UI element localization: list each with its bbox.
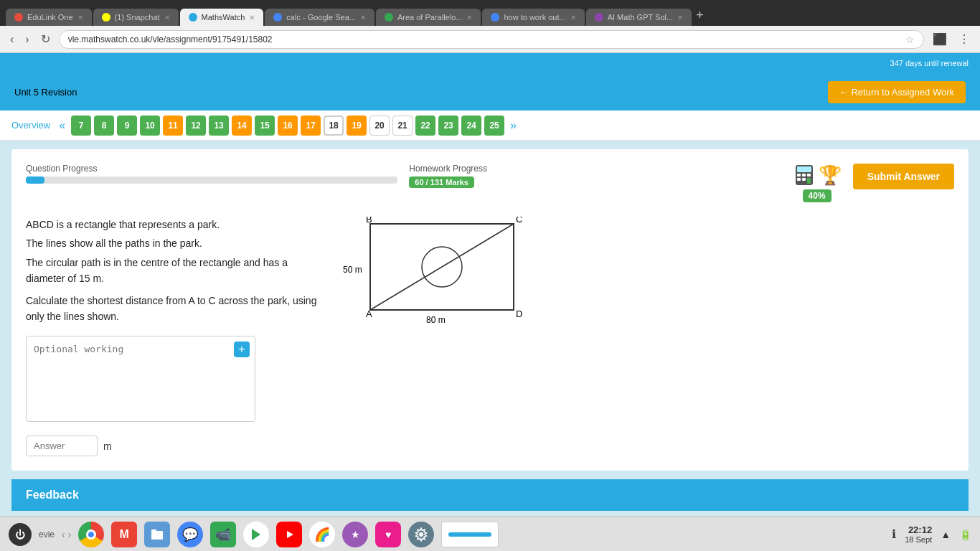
- tab-mathswatch[interactable]: MathsWatch ✕: [180, 9, 264, 26]
- nav-num-18[interactable]: 18: [324, 116, 344, 136]
- taskbar-chrome-icon[interactable]: [78, 522, 104, 547]
- nav-num-17[interactable]: 17: [301, 116, 321, 136]
- taskbar-purple-app-icon[interactable]: ★: [342, 522, 368, 547]
- tab-area-close[interactable]: ✕: [466, 14, 472, 22]
- bookmark-icon[interactable]: ☆: [905, 34, 915, 45]
- tab-edulink-label: EduLink One: [27, 13, 73, 22]
- svg-rect-12: [151, 529, 156, 532]
- tab-mathswatch-label: MathsWatch: [202, 13, 245, 22]
- taskbar-browser-widget[interactable]: [441, 522, 499, 547]
- tab-howto-close[interactable]: ✕: [570, 14, 576, 22]
- tab-edulink-close[interactable]: ✕: [77, 14, 83, 22]
- tab-calc-close[interactable]: ✕: [360, 14, 366, 22]
- corner-b: B: [366, 217, 372, 225]
- tab-snapchat-close[interactable]: ✕: [164, 14, 170, 22]
- taskbar-files-icon[interactable]: [144, 522, 170, 547]
- tab-aimath-close[interactable]: ✕: [677, 14, 683, 22]
- battery-icon: 🔋: [959, 529, 971, 540]
- svg-rect-7: [807, 178, 811, 184]
- svg-rect-1: [797, 166, 811, 172]
- extensions-button[interactable]: ⬛: [930, 29, 950, 49]
- nav-num-7[interactable]: 7: [71, 116, 91, 136]
- trophy-section: 🏆 40%: [793, 164, 842, 202]
- tab-area[interactable]: Area of Parallelo... ✕: [376, 9, 481, 26]
- nav-num-24[interactable]: 24: [461, 116, 481, 136]
- nav-num-23[interactable]: 23: [438, 116, 458, 136]
- address-bar-row: ‹ › ↻ vle.mathswatch.co.uk/vle/assignmen…: [0, 26, 980, 53]
- taskbar-right-section: ℹ 22:12 18 Sept ▲ 🔋: [892, 524, 971, 544]
- nav-num-11[interactable]: 11: [163, 116, 183, 136]
- calculator-icon: [793, 164, 816, 187]
- nav-num-8[interactable]: 8: [94, 116, 114, 136]
- taskbar-gmail-icon[interactable]: M: [111, 522, 137, 547]
- taskbar-playstore-icon[interactable]: [243, 522, 269, 547]
- homework-progress-label: Homework Progress: [409, 164, 781, 174]
- question-text: ABCD is a rectangle that represents a pa…: [26, 217, 320, 324]
- nav-num-22[interactable]: 22: [415, 116, 435, 136]
- taskbar-arrows[interactable]: ‹ ›: [62, 529, 71, 540]
- submit-answer-button[interactable]: Submit Answer: [853, 164, 954, 189]
- tab-aimath-label: AI Math GPT Sol...: [608, 13, 674, 22]
- question-line4: Calculate the shortest distance from A t…: [26, 293, 320, 325]
- question-progress-bar-outer: [26, 176, 397, 184]
- return-button[interactable]: ← Return to Assigned Work: [828, 81, 966, 103]
- overview-link[interactable]: Overview: [11, 120, 50, 131]
- question-progress-section: Question Progress: [26, 164, 397, 184]
- optional-working-input[interactable]: [26, 336, 255, 422]
- taskbar-chat-icon[interactable]: 💬: [177, 522, 203, 547]
- taskbar-youtube-icon[interactable]: [276, 522, 302, 547]
- tab-aimath[interactable]: AI Math GPT Sol... ✕: [586, 9, 692, 26]
- nav-next-arrow[interactable]: »: [507, 119, 519, 132]
- taskbar-date: 18 Sept: [905, 535, 932, 544]
- tab-snapchat[interactable]: (1) Snapchat ✕: [93, 9, 179, 26]
- nav-num-9[interactable]: 9: [117, 116, 137, 136]
- menu-button[interactable]: ⋮: [956, 29, 973, 49]
- nav-num-10[interactable]: 10: [140, 116, 160, 136]
- url-text: vle.mathswatch.co.uk/vle/assignment/9175…: [68, 34, 273, 44]
- tab-calc-label: calc - Google Sea...: [286, 13, 356, 22]
- corner-d: D: [516, 309, 522, 319]
- taskbar-meet-icon[interactable]: 📹: [210, 522, 236, 547]
- taskbar-pink-app-icon[interactable]: ♥: [375, 522, 401, 547]
- rectangle-diagram: B C A D 80 m 50 m: [341, 217, 535, 324]
- nav-num-12[interactable]: 12: [186, 116, 206, 136]
- tab-howto-label: how to work out...: [504, 13, 565, 22]
- nav-num-19[interactable]: 19: [347, 116, 367, 136]
- renewal-bar: 347 days until renewal: [0, 53, 980, 73]
- answer-unit: m: [103, 441, 112, 452]
- new-tab-button[interactable]: +: [693, 5, 707, 26]
- nav-num-20[interactable]: 20: [369, 116, 390, 136]
- expand-working-button[interactable]: +: [234, 342, 250, 357]
- nav-num-16[interactable]: 16: [278, 116, 298, 136]
- svg-rect-2: [797, 174, 801, 176]
- nav-num-13[interactable]: 13: [209, 116, 229, 136]
- taskbar-power-icon[interactable]: ⏻: [9, 523, 32, 546]
- tab-mathswatch-close[interactable]: ✕: [249, 14, 255, 22]
- taskbar-settings-icon[interactable]: [408, 522, 434, 547]
- reload-button[interactable]: ↻: [38, 29, 53, 49]
- nav-num-15[interactable]: 15: [255, 116, 275, 136]
- answer-input[interactable]: [26, 435, 98, 456]
- taskbar-user: evie: [39, 529, 55, 540]
- nav-num-21[interactable]: 21: [392, 116, 413, 136]
- corner-a: A: [366, 309, 372, 319]
- taskbar-photos-icon[interactable]: 🌈: [309, 522, 335, 547]
- nav-prev-arrow[interactable]: «: [56, 119, 68, 132]
- taskbar: ⏻ evie ‹ › M 💬 📹 🌈 ★ ♥ ℹ 22:12 18 Sept: [0, 517, 980, 551]
- percent-badge: 40%: [803, 189, 831, 202]
- back-button[interactable]: ‹: [7, 30, 17, 49]
- question-progress-bar-inner: [26, 176, 44, 184]
- svg-rect-5: [797, 178, 801, 181]
- clock-section: 22:12 18 Sept: [905, 524, 932, 544]
- nav-num-14[interactable]: 14: [232, 116, 252, 136]
- address-bar[interactable]: vle.mathswatch.co.uk/vle/assignment/9175…: [59, 30, 924, 49]
- svg-rect-6: [802, 178, 806, 181]
- tab-howto[interactable]: how to work out... ✕: [482, 9, 584, 26]
- tab-calc[interactable]: calc - Google Sea... ✕: [265, 9, 374, 26]
- question-diagram-row: ABCD is a rectangle that represents a pa…: [26, 217, 954, 456]
- trophy-icon: 🏆: [819, 164, 842, 187]
- forward-button[interactable]: ›: [22, 30, 32, 49]
- tab-edulink[interactable]: EduLink One ✕: [6, 9, 92, 26]
- svg-point-16: [419, 532, 423, 537]
- nav-num-25[interactable]: 25: [484, 116, 504, 136]
